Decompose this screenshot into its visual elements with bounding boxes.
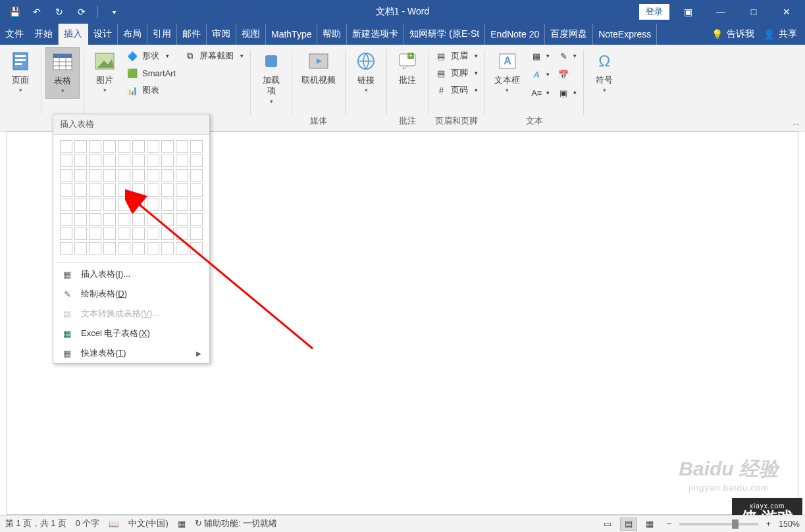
grid-cell[interactable] <box>132 140 145 153</box>
tab-cnki[interactable]: 知网研学 (原E-St <box>404 24 485 45</box>
grid-cell[interactable] <box>60 242 72 254</box>
grid-cell[interactable] <box>103 228 116 240</box>
grid-cell[interactable] <box>132 199 145 211</box>
ribbon-options-icon[interactable]: ▣ <box>673 3 702 21</box>
table-button[interactable]: 表格 <box>45 47 80 99</box>
grid-cell[interactable] <box>89 199 101 211</box>
grid-cell[interactable] <box>74 169 87 181</box>
grid-cell[interactable] <box>132 169 145 181</box>
macro-icon[interactable]: ▦ <box>178 519 186 529</box>
grid-cell[interactable] <box>147 199 159 211</box>
grid-cell[interactable] <box>176 242 188 254</box>
comment-button[interactable]: + 批注 <box>391 47 424 88</box>
dropcap-button[interactable]: A≡▾ <box>528 85 552 100</box>
symbol-button[interactable]: Ω 符号 <box>588 47 621 97</box>
grid-cell[interactable] <box>103 140 116 153</box>
login-button[interactable]: 登录 <box>639 4 669 20</box>
grid-cell[interactable] <box>89 242 101 254</box>
tab-home[interactable]: 开始 <box>29 24 59 45</box>
save-icon[interactable]: 💾 <box>5 3 24 21</box>
tab-mailings[interactable]: 邮件 <box>177 24 207 45</box>
table-size-picker[interactable] <box>53 135 209 261</box>
grid-cell[interactable] <box>60 140 72 153</box>
grid-cell[interactable] <box>190 155 203 167</box>
grid-cell[interactable] <box>103 199 116 211</box>
grid-cell[interactable] <box>132 242 145 254</box>
header-button[interactable]: ▤页眉▾ <box>432 49 480 63</box>
grid-cell[interactable] <box>60 169 72 181</box>
object-button[interactable]: ▣▾ <box>555 85 579 100</box>
tab-noteexpress[interactable]: NoteExpress <box>593 24 657 45</box>
wordart-button[interactable]: A▾ <box>528 67 552 82</box>
tab-layout[interactable]: 布局 <box>118 24 147 45</box>
grid-cell[interactable] <box>176 228 188 240</box>
grid-cell[interactable] <box>89 183 101 196</box>
grid-cell[interactable] <box>118 199 130 211</box>
grid-cell[interactable] <box>89 169 101 181</box>
grid-cell[interactable] <box>118 169 130 181</box>
grid-cell[interactable] <box>161 242 174 254</box>
grid-cell[interactable] <box>161 213 174 226</box>
screenshot-button[interactable]: ⧉屏幕截图▾ <box>181 49 246 63</box>
tab-design[interactable]: 设计 <box>88 24 118 45</box>
footer-button[interactable]: ▤页脚▾ <box>432 66 480 80</box>
grid-cell[interactable] <box>60 213 72 226</box>
language[interactable]: 中文(中国) <box>128 518 168 529</box>
smartart-button[interactable]: 🟩SmartArt <box>124 66 178 80</box>
grid-cell[interactable] <box>118 242 130 254</box>
zoom-slider[interactable] <box>679 523 758 525</box>
zoom-in-icon[interactable]: + <box>762 520 775 529</box>
grid-cell[interactable] <box>176 213 188 226</box>
grid-cell[interactable] <box>74 183 87 196</box>
grid-cell[interactable] <box>147 213 159 226</box>
grid-cell[interactable] <box>74 213 87 226</box>
grid-cell[interactable] <box>103 169 116 181</box>
grid-cell[interactable] <box>190 242 203 254</box>
tab-endnote[interactable]: EndNote 20 <box>485 24 545 45</box>
grid-cell[interactable] <box>176 183 188 196</box>
grid-cell[interactable] <box>89 213 101 226</box>
grid-cell[interactable] <box>147 228 159 240</box>
grid-cell[interactable] <box>161 199 174 211</box>
grid-cell[interactable] <box>190 213 203 226</box>
tell-me[interactable]: 💡 告诉我 <box>712 28 754 40</box>
grid-cell[interactable] <box>161 140 174 153</box>
shapes-button[interactable]: 🔷形状▾ <box>124 49 178 63</box>
grid-cell[interactable] <box>74 199 87 211</box>
close-icon[interactable]: ✕ <box>772 3 801 21</box>
tab-baidu[interactable]: 百度网盘 <box>545 24 593 45</box>
grid-cell[interactable] <box>190 228 203 240</box>
a11y-status[interactable]: ↻ 辅助功能: 一切就绪 <box>195 518 277 529</box>
grid-cell[interactable] <box>132 228 145 240</box>
tab-new[interactable]: 新建选项卡 <box>347 24 404 45</box>
undo-icon[interactable]: ↶ <box>28 3 46 21</box>
grid-cell[interactable] <box>176 140 188 153</box>
grid-cell[interactable] <box>74 155 87 167</box>
grid-cell[interactable] <box>147 242 159 254</box>
quick-table-item[interactable]: ▦ 快速表格(T) ▶ <box>53 343 209 363</box>
datetime-button[interactable]: 📅 <box>555 67 579 82</box>
grid-cell[interactable] <box>132 213 145 226</box>
grid-cell[interactable] <box>89 228 101 240</box>
textbox-button[interactable]: A 文本框 <box>489 47 525 97</box>
read-mode-icon[interactable]: ▭ <box>599 518 616 531</box>
grid-cell[interactable] <box>132 155 145 167</box>
grid-cell[interactable] <box>89 155 101 167</box>
grid-cell[interactable] <box>161 169 174 181</box>
grid-cell[interactable] <box>176 155 188 167</box>
grid-cell[interactable] <box>161 183 174 196</box>
pictures-button[interactable]: 图片 <box>88 47 121 97</box>
grid-cell[interactable] <box>74 242 87 254</box>
quickparts-button[interactable]: ▦▾ <box>528 49 552 63</box>
grid-cell[interactable] <box>103 183 116 196</box>
signature-button[interactable]: ✎▾ <box>555 49 579 63</box>
print-layout-icon[interactable]: ▤ <box>620 518 637 531</box>
tab-mathtype[interactable]: MathType <box>266 24 317 45</box>
grid-cell[interactable] <box>103 242 116 254</box>
tab-references[interactable]: 引用 <box>147 24 177 45</box>
grid-cell[interactable] <box>161 155 174 167</box>
grid-cell[interactable] <box>118 213 130 226</box>
grid-cell[interactable] <box>60 228 72 240</box>
grid-cell[interactable] <box>147 183 159 196</box>
zoom-out-icon[interactable]: − <box>662 520 675 529</box>
